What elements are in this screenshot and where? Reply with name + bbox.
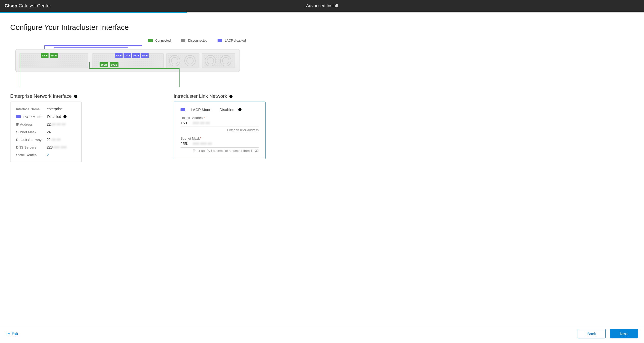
- field-value: 22.## ## ##: [47, 122, 66, 126]
- field-label: Default Gateway: [16, 138, 47, 142]
- swatch-connected-icon: [148, 39, 153, 42]
- port-10gb[interactable]: 10GB: [115, 53, 123, 58]
- subnet-redacted: ### ### ##: [193, 141, 212, 146]
- field-label: Subnet Mask: [16, 130, 47, 134]
- static-routes-link[interactable]: 2: [47, 153, 49, 157]
- port-10gb[interactable]: 10GB: [110, 62, 118, 67]
- wire-blue: [44, 45, 142, 46]
- port-10gb[interactable]: 10GB: [124, 53, 131, 58]
- field-label: Host IP Address*: [181, 116, 259, 120]
- subnet-field: Subnet Mask* ### ### ## Enter an IPv4 ad…: [181, 137, 259, 153]
- field-value: enterprise: [47, 107, 63, 111]
- port-legend: Connected Disconnected LACP disabled: [148, 39, 634, 42]
- host-ip-redacted: ### ## ##: [193, 121, 210, 125]
- legend-connected-label: Connected: [155, 39, 171, 42]
- wire-green: [89, 68, 179, 69]
- info-icon[interactable]: [63, 115, 67, 119]
- gw-prefix: 22.: [47, 138, 52, 142]
- lacp-chip-icon: [16, 115, 21, 118]
- dns-prefix: 223.: [47, 145, 54, 149]
- footer-actions: Back Next: [578, 329, 638, 338]
- field-label: DNS Servers: [16, 145, 47, 149]
- exit-icon: [6, 332, 10, 336]
- intracluster-title: Intracluster Link Network: [174, 93, 266, 99]
- field-label: Static Routes: [16, 153, 47, 157]
- ip-prefix: 22.: [47, 122, 52, 126]
- chassis-slot: [166, 53, 199, 68]
- host-ip-input[interactable]: [181, 121, 193, 125]
- field-label: Interface Name: [16, 107, 47, 111]
- brand-bold: Cisco: [5, 3, 17, 8]
- intracluster-title-text: Intracluster Link Network: [174, 93, 227, 99]
- page-title: Configure Your Intracluster Interface: [10, 23, 634, 32]
- brand: Cisco Catalyst Center: [5, 3, 51, 9]
- enterprise-card: Interface Name enterprise LACP Mode Disa…: [10, 102, 82, 162]
- wire-green: [179, 68, 180, 87]
- info-icon[interactable]: [238, 108, 242, 112]
- dns-redacted: ### ###: [54, 145, 67, 149]
- gw-redacted: ## ##: [52, 138, 61, 142]
- legend-lacp-label: LACP disabled: [225, 39, 246, 42]
- enterprise-title-text: Enterprise Network Interface: [10, 93, 72, 99]
- swatch-disconnected-icon: [181, 39, 185, 42]
- info-icon[interactable]: [229, 94, 233, 98]
- legend-disconnected: Disconnected: [181, 39, 207, 42]
- host-ip-field: Host IP Address* ### ## ## Enter an IPv4…: [181, 116, 259, 132]
- field-value: Disabled: [47, 115, 61, 119]
- lacp-mode-row: LACP Mode Disabled: [181, 107, 259, 112]
- header-title: Advanced Install: [306, 3, 338, 8]
- lacp-chip-icon: [181, 108, 185, 111]
- legend-lacp-disabled: LACP disabled: [218, 39, 246, 42]
- wizard-footer: Exit Back Next: [0, 325, 644, 343]
- port-10gb[interactable]: 10GB: [141, 53, 149, 58]
- legend-disconnected-label: Disconnected: [188, 39, 207, 42]
- subnet-helper: Enter an IPv4 address or a number from 1…: [181, 149, 259, 153]
- host-ip-label: Host IP Address: [181, 116, 204, 120]
- enterprise-title: Enterprise Network Interface: [10, 93, 82, 99]
- app-header: Cisco Catalyst Center Advanced Install: [0, 0, 644, 12]
- exit-label: Exit: [12, 332, 18, 336]
- enterprise-column: Enterprise Network Interface Interface N…: [10, 93, 82, 162]
- intracluster-column: Intracluster Link Network LACP Mode Disa…: [174, 93, 266, 159]
- port-10gb[interactable]: 10GB: [100, 62, 108, 67]
- field-value: 22.## ##: [47, 138, 61, 142]
- legend-connected: Connected: [148, 39, 171, 42]
- chassis-slot: [202, 53, 235, 68]
- host-ip-helper: Enter an IPv4 address: [181, 128, 259, 132]
- next-button[interactable]: Next: [610, 329, 638, 338]
- lacp-value: Disabled: [220, 107, 234, 112]
- port-10gb[interactable]: 10GB: [50, 53, 58, 58]
- port-10gb[interactable]: 10GB: [41, 53, 49, 58]
- subnet-input[interactable]: [181, 141, 193, 146]
- wire-green: [89, 62, 90, 68]
- port-10gb[interactable]: 10GB: [132, 53, 140, 58]
- info-icon[interactable]: [74, 94, 78, 98]
- swatch-lacp-icon: [218, 39, 222, 42]
- ip-redacted: ## ## ##: [52, 122, 66, 126]
- back-button[interactable]: Back: [578, 329, 606, 338]
- field-label: Subnet Mask*: [181, 137, 259, 140]
- field-value: 24: [47, 130, 51, 134]
- wire-blue: [54, 47, 128, 48]
- chassis-diagram: 10GB 10GB 10GB 10GB 10GB 10GB 10GB 10GB: [10, 44, 240, 90]
- main-content: Configure Your Intracluster Interface Co…: [0, 13, 644, 325]
- field-value: 223.### ###: [47, 145, 67, 149]
- subnet-label: Subnet Mask: [181, 137, 200, 140]
- field-label: IP Address: [16, 122, 47, 126]
- lacp-label: LACP Mode: [191, 107, 211, 112]
- exit-button[interactable]: Exit: [6, 332, 18, 336]
- wire-green: [20, 53, 20, 87]
- field-label: LACP Mode: [23, 115, 47, 119]
- intracluster-card: LACP Mode Disabled Host IP Address* ### …: [174, 102, 266, 159]
- interface-columns: Enterprise Network Interface Interface N…: [10, 93, 634, 162]
- brand-rest: Catalyst Center: [19, 3, 51, 8]
